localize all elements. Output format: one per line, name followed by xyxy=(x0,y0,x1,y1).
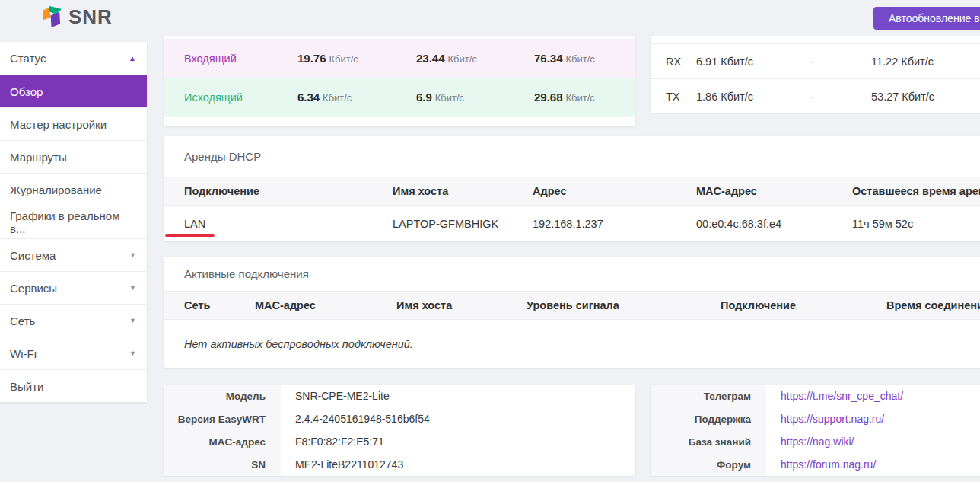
sidebar-item-label: Маршруты xyxy=(10,151,67,164)
traffic-summary-card: Входящий 19.76 Кбит/с 23.44 Кбит/с 76.34… xyxy=(164,36,635,126)
tx-value-3: 53.27 Кбит/с xyxy=(871,91,980,103)
col-lease-time: Оставшееся время аренды xyxy=(852,185,980,197)
sidebar-item-label: Сервисы xyxy=(10,282,57,295)
sidebar-item-logging[interactable]: Журналирование xyxy=(0,173,147,206)
brand-name: SNR xyxy=(68,4,113,30)
lease-connection: LAN xyxy=(184,218,393,230)
sidebar-item-label: Графики в реальном в... xyxy=(10,209,136,235)
list-item: Телеграм https://t.me/snr_cpe_chat/ xyxy=(651,385,980,407)
dhcp-section-title: Аренды DHCP xyxy=(164,136,980,177)
list-item: База знаний https://nag.wiki/ xyxy=(651,430,980,453)
model-value: SNR-CPE-ME2-Lite xyxy=(281,385,635,407)
incoming-value-2: 23.44 Кбит/с xyxy=(416,52,534,65)
rx-value-1: 6.91 Кбит/с xyxy=(696,56,810,68)
forum-link[interactable]: https://forum.nag.ru/ xyxy=(781,458,876,471)
connections-section-title: Активные подключения xyxy=(164,257,980,291)
rx-value-3: 11.22 Кбит/с xyxy=(871,56,980,68)
value: 29.68 xyxy=(534,91,563,104)
serial-label: SN xyxy=(164,453,281,476)
outgoing-traffic-row: Исходящий 6.34 Кбит/с 6.9 Кбит/с 29.68 К… xyxy=(164,78,635,117)
sidebar-item-label: Статус xyxy=(10,52,46,65)
list-item: SN ME2-LiteB2211012743 xyxy=(164,453,635,476)
tx-value-2: - xyxy=(810,91,871,103)
value: 23.44 xyxy=(416,52,445,65)
sidebar-item-system[interactable]: Система ▼ xyxy=(0,238,147,271)
tx-label: TX xyxy=(666,91,696,103)
unit-label: Кбит/с xyxy=(565,53,594,65)
lease-mac: 00:e0:4c:68:3f:e4 xyxy=(696,218,852,230)
sidebar-item-logout[interactable]: Выйти xyxy=(0,369,147,402)
support-link[interactable]: https://support.nag.ru/ xyxy=(781,413,884,425)
sidebar-item-services[interactable]: Сервисы ▼ xyxy=(0,271,147,304)
support-links-card: Телеграм https://t.me/snr_cpe_chat/ Подд… xyxy=(651,385,980,476)
telegram-link[interactable]: https://t.me/snr_cpe_chat/ xyxy=(781,390,903,402)
value: 19.76 xyxy=(298,52,326,65)
mac-value: F8:F0:82:F2:E5:71 xyxy=(281,430,635,453)
col-uptime: Время соединения xyxy=(886,299,980,311)
sidebar-item-label: Wi-Fi xyxy=(10,347,37,360)
sidebar-nav: Статус ▲ Обзор Мастер настройки Маршруты… xyxy=(0,42,147,402)
sidebar-item-status[interactable]: Статус ▲ xyxy=(0,42,147,75)
unit-label: Кбит/с xyxy=(565,92,594,104)
unit-label: Кбит/с xyxy=(435,92,464,104)
sidebar-item-setup-wizard[interactable]: Мастер настройки xyxy=(0,107,147,140)
sidebar-item-network[interactable]: Сеть ▼ xyxy=(0,304,147,337)
knowledge-base-link[interactable]: https://nag.wiki/ xyxy=(781,436,854,448)
interface-stats-card: RX 6.91 Кбит/с - 11.22 Кбит/с TX 1.86 Кб… xyxy=(651,36,980,113)
lease-address: 192.168.1.237 xyxy=(533,218,696,230)
table-row: LAN LAPTOP-GFMBHIGK 192.168.1.237 00:e0:… xyxy=(164,206,980,242)
list-item: Модель SNR-CPE-ME2-Lite xyxy=(164,385,635,407)
list-item: Версия EasyWRT 2.4.4-2405161948-516b6f54 xyxy=(164,407,635,430)
incoming-label: Входящий xyxy=(184,53,298,65)
incoming-value-3: 76.34 Кбит/с xyxy=(534,52,635,65)
firmware-value: 2.4.4-2405161948-516b6f54 xyxy=(281,407,635,430)
red-underline-annotation xyxy=(165,234,215,237)
sidebar-item-overview[interactable]: Обзор xyxy=(0,75,147,107)
telegram-label: Телеграм xyxy=(651,385,766,407)
sidebar-item-routes[interactable]: Маршруты xyxy=(0,140,147,173)
chevron-down-icon: ▼ xyxy=(129,251,136,259)
snr-logo: SNR xyxy=(43,4,113,30)
chevron-up-icon: ▲ xyxy=(129,54,136,62)
rx-value-2: - xyxy=(810,56,871,68)
incoming-traffic-row: Входящий 19.76 Кбит/с 23.44 Кбит/с 76.34… xyxy=(164,39,635,78)
header-bar: SNR Автообновление в xyxy=(0,0,980,36)
autorefresh-button[interactable]: Автообновление в xyxy=(873,7,980,30)
model-label: Модель xyxy=(164,385,281,407)
active-connections-card: Активные подключения Сеть MAC-адрес Имя … xyxy=(164,257,980,368)
col-hostname: Имя хоста xyxy=(393,185,533,197)
device-info-card: Модель SNR-CPE-ME2-Lite Версия EasyWRT 2… xyxy=(164,385,635,476)
dhcp-leases-card: Аренды DHCP Подключение Имя хоста Адрес … xyxy=(164,136,980,241)
lease-hostname: LAPTOP-GFMBHIGK xyxy=(393,218,533,230)
unit-label: Кбит/с xyxy=(323,92,352,104)
dhcp-table-header: Подключение Имя хоста Адрес MAC-адрес Ос… xyxy=(164,177,980,206)
support-label: Поддержка xyxy=(651,407,766,430)
col-mac: MAC-адрес xyxy=(696,185,852,197)
value: 76.34 xyxy=(534,52,563,65)
list-item: Поддержка https://support.nag.ru/ xyxy=(651,407,980,430)
forum-label: Форум xyxy=(651,453,766,476)
snr-logo-icon xyxy=(43,5,63,30)
outgoing-value-1: 6.34 Кбит/с xyxy=(298,91,416,104)
rx-row: RX 6.91 Кбит/с - 11.22 Кбит/с xyxy=(651,44,980,78)
mac-label: MAC-адрес xyxy=(164,430,281,453)
sidebar-item-label: Мастер настройки xyxy=(10,118,107,131)
clipped-row xyxy=(651,36,980,44)
chevron-down-icon: ▼ xyxy=(129,317,136,324)
firmware-label: Версия EasyWRT xyxy=(164,407,281,430)
tx-value-1: 1.86 Кбит/с xyxy=(696,91,810,103)
outgoing-value-3: 29.68 Кбит/с xyxy=(534,91,635,104)
sidebar-item-realtime-graphs[interactable]: Графики в реальном в... xyxy=(0,206,147,238)
col-network: Сеть xyxy=(184,299,255,311)
chevron-down-icon: ▼ xyxy=(129,284,136,292)
value: 6.9 xyxy=(416,91,432,104)
col-mac: MAC-адрес xyxy=(255,299,396,311)
sidebar-item-wifi[interactable]: Wi-Fi ▼ xyxy=(0,337,147,369)
list-item: Форум https://forum.nag.ru/ xyxy=(651,453,980,476)
unit-label: Кбит/с xyxy=(329,53,358,65)
outgoing-label: Исходящий xyxy=(184,91,298,104)
col-connection: Подключение xyxy=(721,299,886,311)
serial-value: ME2-LiteB2211012743 xyxy=(281,453,635,476)
col-signal: Уровень сигнала xyxy=(527,299,721,311)
list-item: MAC-адрес F8:F0:82:F2:E5:71 xyxy=(164,430,635,453)
